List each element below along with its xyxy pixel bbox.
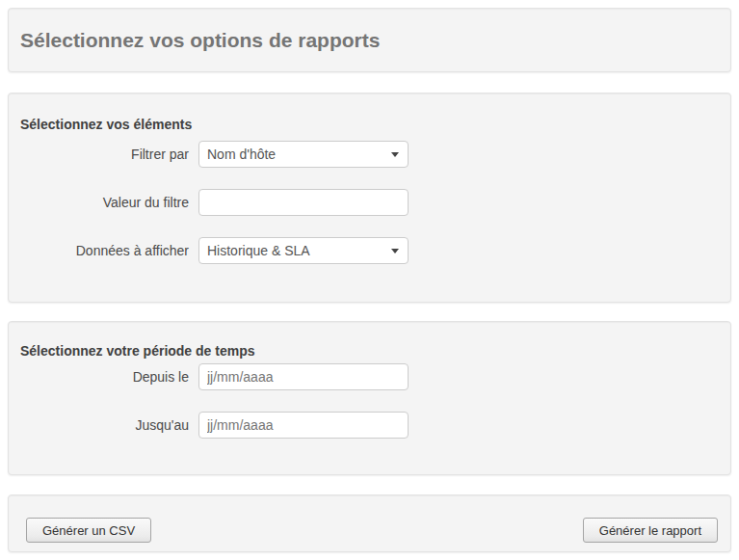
data-to-display-selected-value: Historique & SLA	[207, 243, 310, 258]
elements-panel: Sélectionnez vos éléments Filtrer par No…	[8, 93, 731, 303]
filter-by-select[interactable]: Nom d'hôte	[198, 141, 409, 168]
filter-by-row: Filtrer par Nom d'hôte	[20, 141, 719, 168]
chevron-down-icon	[391, 249, 399, 253]
page-title: Sélectionnez vos options de rapports	[20, 29, 380, 52]
report-options-page: Sélectionnez vos options de rapports Sél…	[0, 0, 739, 560]
date-from-input[interactable]	[198, 363, 409, 390]
generate-csv-button[interactable]: Générer un CSV	[26, 518, 151, 543]
filter-by-label: Filtrer par	[20, 141, 189, 168]
period-panel: Sélectionnez votre période de temps Depu…	[8, 321, 731, 475]
data-to-display-row: Données à afficher Historique & SLA	[20, 237, 719, 264]
filter-value-label: Valeur du filtre	[20, 189, 189, 216]
data-to-display-label: Données à afficher	[20, 237, 189, 264]
chevron-down-icon	[391, 152, 399, 157]
elements-panel-heading: Sélectionnez vos éléments	[20, 115, 719, 134]
generate-report-button[interactable]: Générer le rapport	[583, 518, 718, 543]
date-from-label: Depuis le	[20, 363, 189, 390]
filter-value-input[interactable]	[198, 189, 409, 216]
filter-value-row: Valeur du filtre	[20, 189, 719, 216]
page-header-panel: Sélectionnez vos options de rapports	[8, 8, 731, 72]
actions-panel: Générer un CSV Générer le rapport	[8, 494, 731, 552]
date-to-row: Jusqu'au	[20, 412, 719, 439]
date-to-input[interactable]	[198, 412, 409, 439]
data-to-display-select[interactable]: Historique & SLA	[198, 237, 409, 264]
date-from-row: Depuis le	[20, 363, 719, 390]
filter-by-selected-value: Nom d'hôte	[207, 147, 276, 162]
date-to-label: Jusqu'au	[20, 412, 189, 439]
period-panel-heading: Sélectionnez votre période de temps	[20, 341, 719, 360]
